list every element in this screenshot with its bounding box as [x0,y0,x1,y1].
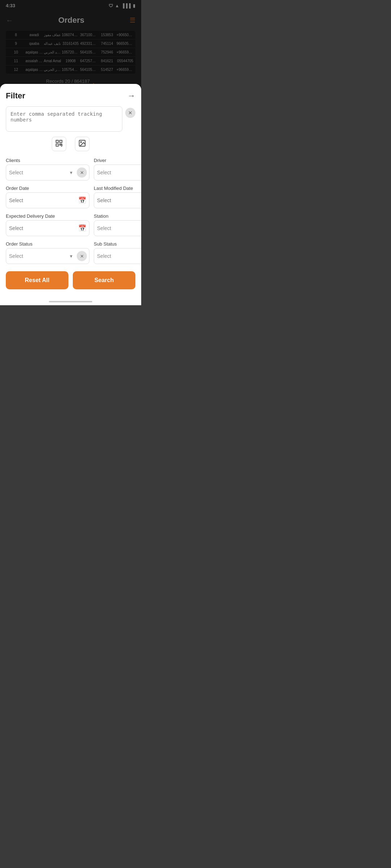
order-date-calendar-icon[interactable]: 📅 [75,196,89,204]
driver-select[interactable]: Select [94,165,141,180]
last-modified-input[interactable] [94,193,141,208]
svg-rect-2 [56,144,58,146]
expected-delivery-calendar-icon[interactable]: 📅 [75,224,89,232]
sub-status-field: Sub Status Select ▾ ✕ [94,241,141,264]
svg-text:+: + [82,142,83,144]
home-indicator [0,298,141,305]
svg-rect-1 [60,140,62,142]
driver-label: Driver [94,158,141,163]
qr-icon [55,139,63,149]
filter-modal: Filter → ✕ [0,84,141,298]
svg-point-8 [80,141,81,142]
driver-input-row: Select ▾ ✕ [94,165,141,180]
expected-delivery-field: Expected Delivery Date 📅 [6,213,89,236]
sub-status-input-row: Select ▾ ✕ [94,248,141,264]
order-status-field: Order Status Select ▾ ✕ [6,241,89,264]
svg-rect-3 [60,144,61,145]
modal-overlay: Filter → ✕ [0,0,141,305]
station-input-row: Select ▾ ✕ [94,220,141,236]
order-status-select[interactable]: Select [6,248,68,264]
expected-delivery-label: Expected Delivery Date [6,213,89,219]
expected-delivery-input[interactable] [6,221,75,236]
qr-scan-button[interactable] [52,137,66,151]
station-select[interactable]: Select [94,221,141,236]
order-date-field: Order Date 📅 [6,186,89,208]
clients-clear-icon: ✕ [80,170,84,175]
sub-status-label: Sub Status [94,241,141,247]
clients-chevron-icon: ▾ [68,170,75,175]
clients-input-row: Select ▾ ✕ [6,165,89,180]
clear-icon: ✕ [128,110,133,116]
last-modified-input-row: 📅 [94,192,141,208]
order-status-chevron-icon: ▾ [68,253,75,259]
tracking-row: ✕ [6,106,135,132]
clients-clear-button[interactable]: ✕ [77,167,87,178]
station-field: Station Select ▾ ✕ [94,213,141,236]
order-status-clear-button[interactable]: ✕ [77,251,87,261]
order-date-input-row: 📅 [6,192,89,208]
clients-select[interactable]: Select [6,165,68,180]
search-button[interactable]: Search [73,271,135,289]
home-bar [49,301,92,302]
clients-field: Clients Select ▾ ✕ [6,158,89,180]
image-scan-button[interactable]: + [75,137,89,151]
last-modified-date-field: Last Modified Date 📅 [94,186,141,208]
clients-label: Clients [6,158,89,163]
order-date-input[interactable] [6,193,75,208]
order-date-label: Order Date [6,186,89,191]
modal-title: Filter [6,91,25,101]
tracking-input[interactable] [6,106,122,132]
expected-delivery-input-row: 📅 [6,220,89,236]
tracking-clear-button[interactable]: ✕ [125,108,135,118]
filter-fields: Clients Select ▾ ✕ Driver Select [6,158,135,264]
order-status-clear-icon: ✕ [80,254,84,259]
image-icon: + [78,139,86,149]
scan-row: + [6,137,135,151]
order-status-label: Order Status [6,241,89,247]
modal-header: Filter → [6,91,135,101]
order-status-input-row: Select ▾ ✕ [6,248,89,264]
svg-rect-0 [56,140,58,142]
sub-status-select[interactable]: Select [94,248,141,264]
driver-field: Driver Select ▾ ✕ [94,158,141,180]
action-buttons: Reset All Search [6,271,135,289]
station-label: Station [94,213,141,219]
reset-all-button[interactable]: Reset All [6,271,68,289]
modal-close-arrow[interactable]: → [127,91,135,101]
last-modified-label: Last Modified Date [94,186,141,191]
